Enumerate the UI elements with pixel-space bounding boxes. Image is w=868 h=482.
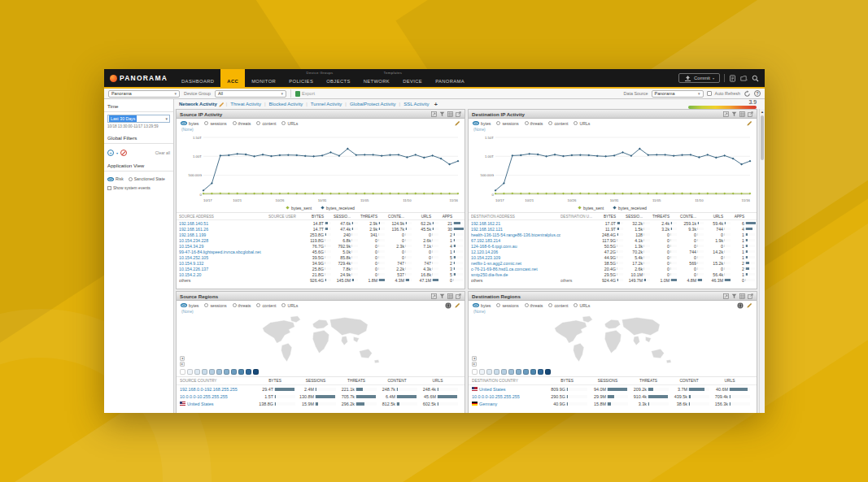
metric-option-content[interactable]: content [256,303,276,308]
export-popout-icon[interactable] [456,111,461,117]
column-header[interactable]: SOURCE USER [268,215,304,219]
scroll-up-arrow-icon[interactable]: ▲ [760,109,765,115]
column-header[interactable]: URLS [704,215,731,219]
commit-button[interactable]: Commit ▾ [678,73,720,83]
scale-swatch[interactable] [238,369,244,375]
nav-tab-panorama[interactable]: PANORAMA [429,69,471,87]
column-header[interactable]: THREATS [358,215,385,219]
address-link[interactable]: c-76-21-69-86.hsd1.ca.comcast.net [471,267,560,271]
scale-swatch[interactable] [538,369,543,375]
tasks-icon[interactable] [729,75,736,82]
map-pan-left-button[interactable]: ◂ [472,356,477,361]
tab-network-activity[interactable]: Network Activity [177,102,219,106]
address-link[interactable]: 192.168.140.51 [179,221,268,226]
auto-refresh-checkbox[interactable] [707,91,712,96]
metric-option-bytes[interactable]: bytes [473,121,491,126]
metric-option-bytes[interactable]: bytes [181,303,198,308]
edit-pencil-icon[interactable] [455,120,460,126]
context-select[interactable]: Panorama▾ [108,90,180,98]
column-header[interactable]: DESTINATION ADDRESS [471,215,560,219]
address-link[interactable]: 10.154.252.105 [179,255,268,260]
filter-funnel-icon[interactable] [731,111,737,117]
address-link[interactable]: 192.168.162.21 [471,221,560,226]
address-link[interactable]: 10.154.2.20 [179,272,268,277]
jump-to-logs-icon[interactable] [431,293,437,299]
tab-blocked-activity[interactable]: Blocked Activity [268,102,305,106]
address-link[interactable]: 67.192.183.214 [471,238,560,243]
legend-bytes-received[interactable]: bytes_received [618,206,647,211]
clear-filter-icon[interactable] [120,150,127,156]
metric-option-threats[interactable]: threats [525,303,543,308]
country-link[interactable]: United States [180,402,255,406]
time-range-select[interactable]: Last 30 Days ▾ [107,115,170,123]
filter-funnel-icon[interactable] [439,293,445,299]
legend-bytes-sent[interactable]: bytes_sent [291,206,312,211]
add-tab-button[interactable]: + [431,102,441,107]
destination-regions-world-map[interactable]: ◂ ▸ [470,315,755,368]
address-link[interactable]: 192.168.162.121 [471,227,560,232]
metric-option-threats[interactable]: threats [233,303,251,308]
address-link[interactable]: health-136-115-54.range86-136.btcentralp… [471,232,560,237]
column-header[interactable]: BYTES [255,379,295,383]
scale-swatch[interactable] [209,369,215,375]
search-icon[interactable] [752,75,759,82]
scale-swatch[interactable] [501,369,507,375]
address-link[interactable]: 99-47-16-84.lightspeed.irvnca.sbcglobal.… [179,250,268,254]
scale-swatch[interactable] [545,369,551,375]
metric-option-bytes[interactable]: bytes [181,121,198,126]
scale-swatch[interactable] [516,369,521,375]
metric-option-threats[interactable]: threats [525,121,543,126]
edit-pencil-icon[interactable] [219,102,225,107]
jump-to-logs-icon[interactable] [431,111,437,117]
column-header[interactable]: THREATS [336,379,377,383]
column-header[interactable]: CONTENT [377,379,417,383]
column-header[interactable]: BYTES [547,379,587,383]
export-button[interactable]: Export [295,91,315,97]
save-folder-icon[interactable] [740,75,748,82]
column-header[interactable]: SESSIONS [587,379,628,383]
address-link[interactable]: 10.154.9.132 [179,261,268,266]
edit-pencil-icon[interactable] [747,120,752,126]
scrollbar-thumb[interactable] [761,115,764,160]
column-header[interactable]: SESSIO... [331,215,358,219]
column-header[interactable]: SESSIONS [295,379,336,383]
scale-swatch[interactable] [216,369,222,375]
scale-swatch[interactable] [246,369,251,375]
edit-pencil-icon[interactable] [455,302,460,308]
column-header[interactable]: SOURCE COUNTRY [180,379,255,383]
nav-tab-dashboard[interactable]: DASHBOARD [175,69,220,87]
tab-globalprotect-activity[interactable]: GlobalProtect Activity [348,102,398,106]
metric-option-urls[interactable]: URLs [574,303,590,308]
column-header[interactable]: SOURCE ADDRESS [179,215,268,219]
address-link[interactable]: 192.168.1.199 [179,232,268,237]
scale-swatch[interactable] [231,369,237,375]
scale-swatch[interactable] [253,369,259,375]
export-popout-icon[interactable] [748,111,753,117]
refresh-icon[interactable] [744,90,751,98]
globe-icon[interactable] [445,302,451,309]
country-link[interactable]: 10.0.0.0-10.255.255.255 [472,394,547,399]
address-link[interactable]: smtp250.dia-five.de [471,272,560,277]
legend-bytes-sent[interactable]: bytes_sent [583,206,604,211]
device-group-select[interactable]: All▾ [215,90,286,98]
scale-swatch[interactable] [180,369,185,375]
chevron-down-icon[interactable]: ▾ [116,151,118,155]
column-header[interactable]: URLS [417,379,458,383]
metric-option-sessions[interactable]: sessions [496,121,518,126]
column-header[interactable]: THREATS [628,379,669,383]
filter-funnel-icon[interactable] [439,111,445,117]
table-grid-icon[interactable] [739,293,745,299]
address-link[interactable]: 124-168-6-6.tpgi.com.au [471,244,560,249]
clear-all-link[interactable]: Clear all [155,150,170,155]
column-header[interactable]: URLS [709,379,750,383]
address-link[interactable]: 192.168.161.26 [179,227,268,232]
export-popout-icon[interactable] [748,293,753,299]
address-link[interactable]: 10.154.226.137 [179,267,268,271]
column-header[interactable]: APPS [731,215,756,219]
column-header[interactable]: SESSIO... [623,215,650,219]
column-header[interactable]: THREATS [650,215,677,219]
metric-option-urls[interactable]: URLs [574,121,590,126]
scale-swatch[interactable] [224,369,229,375]
globe-icon[interactable] [737,302,744,309]
export-popout-icon[interactable] [456,293,461,299]
